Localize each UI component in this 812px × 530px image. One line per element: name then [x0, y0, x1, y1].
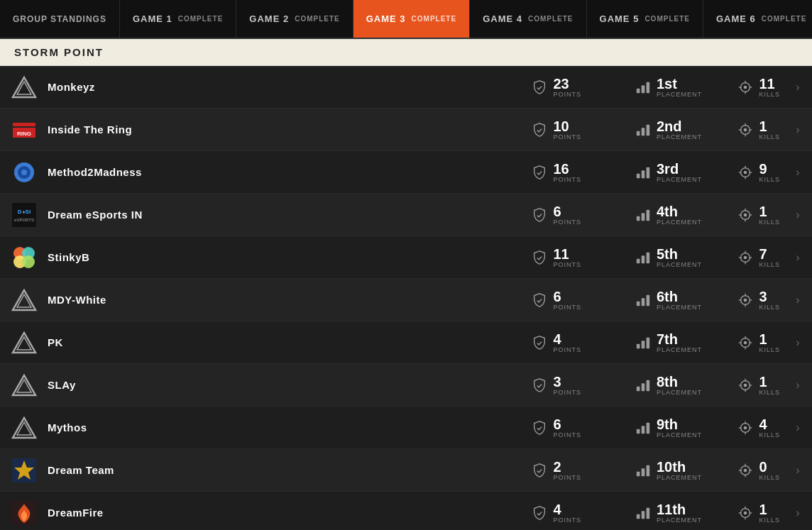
placement-value: 5th [657, 247, 702, 261]
points-block: 4 POINTS [496, 502, 581, 524]
svg-point-18 [744, 128, 747, 131]
svg-rect-96 [642, 426, 645, 434]
table-row[interactable]: MDY-White 6 POINTS 6th PLACEMENT [0, 279, 812, 321]
placement-value: 4th [657, 204, 702, 219]
kills-label: KILLS [759, 176, 780, 183]
points-label: POINTS [553, 176, 581, 183]
points-label: POINTS [553, 304, 581, 311]
expand-arrow[interactable]: › [791, 421, 805, 435]
game3-label: GAME 3 [366, 13, 406, 24]
svg-rect-106 [637, 471, 640, 475]
points-icon [532, 377, 547, 393]
points-icon [532, 207, 547, 223]
expand-arrow[interactable]: › [791, 506, 805, 520]
svg-point-42 [744, 213, 747, 216]
expand-arrow[interactable]: › [791, 208, 805, 222]
nav-game6[interactable]: GAME 6 COMPLETE [703, 0, 812, 38]
table-row[interactable]: PK 4 POINTS 7th PLACEMENT [0, 321, 812, 364]
team-name: Inside The Ring [48, 123, 496, 136]
points-label: POINTS [553, 389, 581, 396]
table-row[interactable]: D⬧SI eSPORTS Dream eSports IN 6 POINTS 4… [0, 194, 812, 236]
table-row[interactable]: Mythos 6 POINTS 9th PLACEMENT [0, 407, 812, 449]
placement-icon [635, 165, 651, 180]
svg-point-30 [744, 170, 747, 174]
svg-rect-64 [647, 294, 650, 306]
expand-arrow[interactable]: › [791, 165, 805, 180]
points-label: POINTS [553, 133, 581, 140]
svg-text:RING: RING [17, 131, 31, 137]
table-row[interactable]: SLAy 3 POINTS 8th PLACEMENT [0, 364, 812, 407]
expand-arrow[interactable]: › [791, 80, 805, 94]
svg-rect-63 [642, 298, 645, 306]
kills-value: 1 [759, 375, 780, 389]
points-value: 16 [553, 162, 581, 176]
svg-point-55 [744, 255, 747, 259]
table-row[interactable]: Dream Team 2 POINTS 10th PLACEMENT [0, 449, 812, 492]
expand-arrow[interactable]: › [791, 123, 805, 137]
team-logo [11, 74, 38, 101]
svg-rect-38 [637, 216, 640, 220]
table-row[interactable]: DreamFire 4 POINTS 11th PLACEMENT [0, 492, 812, 530]
team-name: SLAy [48, 379, 496, 391]
nav-game5[interactable]: GAME 5 COMPLETE [587, 0, 703, 38]
kills-block: 11 KILLS [716, 77, 780, 98]
kills-icon [737, 165, 753, 180]
kills-value: 4 [759, 417, 780, 431]
svg-rect-97 [647, 422, 650, 434]
placement-icon [635, 505, 651, 521]
kills-label: KILLS [759, 261, 780, 268]
kills-icon [737, 505, 753, 521]
placement-value: 9th [657, 417, 702, 431]
nav-game2[interactable]: GAME 2 COMPLETE [236, 0, 353, 38]
kills-label: KILLS [759, 133, 780, 140]
kills-label: KILLS [759, 517, 780, 524]
team-logo [11, 499, 38, 526]
placement-label: PLACEMENT [657, 474, 702, 481]
team-name: Monkeyz [48, 81, 496, 93]
points-label: POINTS [553, 261, 581, 268]
expand-arrow[interactable]: › [791, 293, 805, 307]
expand-arrow[interactable]: › [791, 250, 805, 265]
table-row[interactable]: RING Inside The Ring 10 POINTS 2nd PLACE… [0, 109, 812, 151]
placement-icon [635, 79, 651, 95]
expand-arrow[interactable]: › [791, 463, 805, 477]
kills-value: 1 [759, 332, 780, 346]
placement-value: 11th [657, 502, 702, 517]
kills-label: KILLS [759, 346, 780, 353]
points-label: POINTS [553, 91, 581, 98]
svg-point-66 [744, 298, 747, 302]
nav-group-standings[interactable]: GROUP STANDINGS [0, 0, 120, 38]
team-name: MDY-White [48, 294, 496, 306]
team-logo [11, 287, 38, 314]
svg-rect-11 [13, 123, 35, 126]
expand-arrow[interactable]: › [791, 336, 805, 350]
points-label: POINTS [553, 346, 581, 353]
svg-rect-27 [642, 170, 645, 178]
nav-game3[interactable]: GAME 3 COMPLETE [353, 0, 470, 38]
kills-block: 3 KILLS [716, 289, 780, 311]
svg-text:eSPORTS: eSPORTS [14, 218, 34, 222]
team-name: Dream eSports IN [48, 209, 496, 221]
points-value: 4 [553, 502, 581, 517]
table-row[interactable]: Method2Madness 16 POINTS 3rd PLACEMENT [0, 151, 812, 194]
nav-game1[interactable]: GAME 1 COMPLETE [120, 0, 236, 38]
map-name: STORM POINT [14, 46, 104, 58]
kills-block: 1 KILLS [716, 119, 780, 140]
kills-block: 1 KILLS [716, 375, 780, 396]
kills-value: 1 [759, 204, 780, 219]
kills-label: KILLS [759, 91, 780, 98]
placement-icon [635, 335, 651, 350]
svg-rect-4 [647, 82, 650, 93]
points-value: 6 [553, 289, 581, 304]
points-icon [532, 292, 547, 308]
expand-arrow[interactable]: › [791, 378, 805, 392]
team-name: Method2Madness [48, 166, 496, 178]
points-value: 4 [553, 332, 581, 346]
table-row[interactable]: Monkeyz 23 POINTS 1st PLACEMENT [0, 66, 812, 109]
nav-game4[interactable]: GAME 4 COMPLETE [470, 0, 586, 38]
svg-marker-72 [17, 337, 31, 350]
game2-complete: COMPLETE [295, 15, 340, 23]
table-row[interactable]: StinkyB 11 POINTS 5th PLACEMENT [0, 236, 812, 279]
kills-block: 9 KILLS [716, 162, 780, 183]
points-icon [532, 335, 547, 350]
